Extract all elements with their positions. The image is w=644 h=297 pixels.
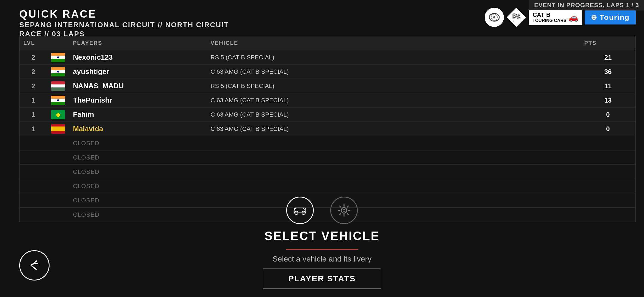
cell-flag [47, 123, 69, 135]
table-row-closed: CLOSED [20, 136, 635, 150]
cell-lvl: 1 [20, 123, 47, 134]
svg-line-16 [340, 214, 341, 215]
select-vehicle-label: SELECT VEHICLE [264, 229, 380, 243]
cell-lvl: 2 [20, 66, 47, 77]
table-row: 1 Malavida C 63 AMG (CAT B SPECIAL) 0 [20, 122, 635, 136]
cell-flag [47, 108, 69, 121]
cell-vehicle: RS 5 (CAT B SPECIAL) [207, 52, 580, 63]
cell-flag [47, 80, 69, 92]
circuit-title: SEPANG INTERNATIONAL CIRCUIT // NORTH CI… [19, 21, 229, 29]
col-lvl: LVL [20, 39, 47, 47]
underline-bar [286, 249, 358, 250]
table-row: 2 ayushtiger C 63 AMG (CAT B SPECIAL) 36 [20, 65, 635, 79]
closed-label: CLOSED [69, 167, 207, 177]
table-header: LVL PLAYERS VEHICLE PTS [20, 36, 635, 50]
cat-b-badge: CAT B TOURING CARS 🚗 [529, 10, 582, 25]
touring-badge: ⊕ Touring [585, 10, 636, 24]
cell-pts: 36 [580, 66, 635, 77]
table-row: 1 ThePunishr C 63 AMG (CAT B SPECIAL) 13 [20, 93, 635, 108]
cell-player-name: ThePunishr [69, 94, 207, 106]
back-button[interactable] [19, 250, 50, 280]
cell-pts: 21 [580, 52, 635, 63]
cell-player-name: Nexonic123 [69, 51, 207, 63]
cell-vehicle: RS 5 (CAT B SPECIAL) [207, 81, 580, 91]
bottom-icons [286, 197, 358, 224]
top-right-logos: 🏁 CAT B TOURING CARS 🚗 ⊕ Touring [485, 8, 636, 27]
bottom-section: SELECT VEHICLE Select a vehicle and its … [0, 197, 644, 289]
cell-player-name: NANAS_MADU [69, 80, 207, 92]
cell-player-name: Malavida [69, 123, 207, 135]
table-row-closed: CLOSED [20, 165, 635, 179]
cell-pts: 0 [580, 109, 635, 120]
cell-lvl: 1 [20, 109, 47, 120]
table-row: 2 NANAS_MADU RS 5 (CAT B SPECIAL) 11 [20, 79, 635, 93]
closed-label: CLOSED [69, 138, 207, 148]
svg-line-15 [347, 206, 349, 207]
cell-lvl: 2 [20, 52, 47, 63]
checkered-flag-icon: 🏁 [507, 8, 526, 27]
col-vehicle: VEHICLE [207, 39, 580, 47]
table-row: 1 Fahim C 63 AMG (CAT B SPECIAL) 0 [20, 108, 635, 122]
cell-player-name: Fahim [69, 109, 207, 120]
table-row-closed: CLOSED [20, 150, 635, 165]
svg-point-8 [343, 209, 345, 211]
settings-button[interactable] [330, 197, 358, 224]
select-vehicle-sub: Select a vehicle and its livery [272, 255, 372, 263]
cell-flag [47, 94, 69, 107]
closed-label: CLOSED [69, 152, 207, 163]
cell-vehicle: C 63 AMG (CAT B SPECIAL) [207, 67, 580, 77]
player-stats-button[interactable]: Player Stats [263, 268, 381, 289]
circuit-icon [485, 8, 504, 27]
cell-player-name: ayushtiger [69, 66, 207, 78]
players-table: LVL PLAYERS VEHICLE PTS 2 Nexonic123 RS … [19, 36, 636, 222]
cell-flag [47, 65, 69, 78]
select-vehicle-button[interactable] [286, 197, 314, 224]
car-icon: 🚗 [569, 13, 578, 22]
race-type-title: QUICK RACE [19, 8, 229, 20]
closed-label: CLOSED [69, 181, 207, 191]
cell-pts: 13 [580, 95, 635, 106]
table-row-closed: CLOSED [20, 179, 635, 193]
cell-vehicle: C 63 AMG (CAT B SPECIAL) [207, 95, 580, 106]
col-pts: PTS [580, 39, 635, 47]
svg-point-7 [341, 208, 347, 213]
cell-vehicle: C 63 AMG (CAT B SPECIAL) [207, 124, 580, 134]
svg-line-14 [347, 214, 349, 215]
table-row: 2 Nexonic123 RS 5 (CAT B SPECIAL) 21 [20, 50, 635, 65]
page-header: QUICK RACE SEPANG INTERNATIONAL CIRCUIT … [19, 8, 229, 38]
cell-flag [47, 51, 69, 64]
cell-vehicle: C 63 AMG (CAT B SPECIAL) [207, 109, 580, 120]
cell-lvl: 1 [20, 95, 47, 106]
svg-line-13 [340, 206, 341, 207]
svg-point-1 [493, 16, 495, 18]
col-flag [47, 39, 69, 47]
player-rows-container: 2 Nexonic123 RS 5 (CAT B SPECIAL) 21 2 a… [20, 50, 635, 136]
cell-lvl: 2 [20, 81, 47, 92]
col-players: PLAYERS [69, 39, 207, 47]
cell-pts: 0 [580, 123, 635, 134]
cell-pts: 11 [580, 81, 635, 92]
